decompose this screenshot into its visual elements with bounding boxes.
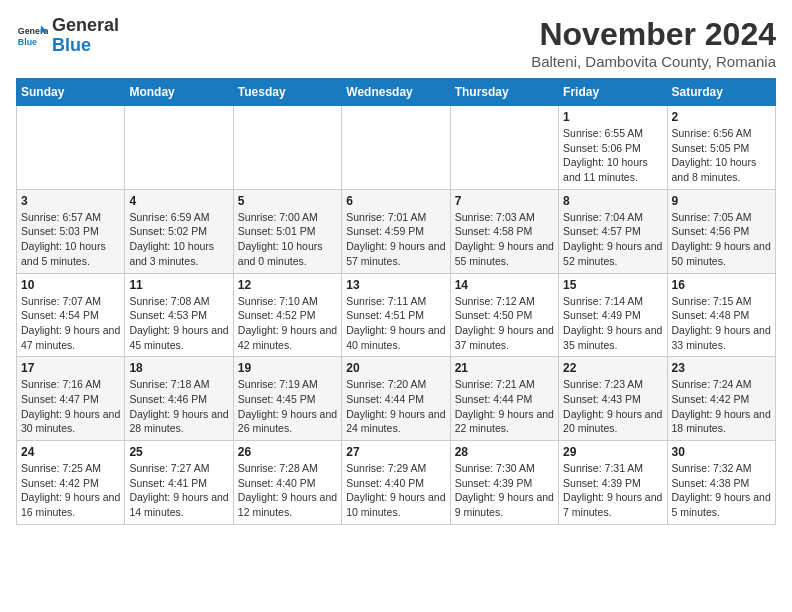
- weekday-header-sunday: Sunday: [17, 79, 125, 106]
- day-info: Sunrise: 6:57 AM Sunset: 5:03 PM Dayligh…: [21, 210, 120, 269]
- calendar-cell: 5Sunrise: 7:00 AM Sunset: 5:01 PM Daylig…: [233, 189, 341, 273]
- day-number: 25: [129, 445, 228, 459]
- calendar-week-5: 24Sunrise: 7:25 AM Sunset: 4:42 PM Dayli…: [17, 441, 776, 525]
- calendar-cell: 27Sunrise: 7:29 AM Sunset: 4:40 PM Dayli…: [342, 441, 450, 525]
- day-number: 8: [563, 194, 662, 208]
- day-number: 18: [129, 361, 228, 375]
- day-number: 7: [455, 194, 554, 208]
- calendar-cell: 28Sunrise: 7:30 AM Sunset: 4:39 PM Dayli…: [450, 441, 558, 525]
- day-number: 20: [346, 361, 445, 375]
- calendar-cell: [342, 106, 450, 190]
- day-number: 9: [672, 194, 771, 208]
- calendar-cell: [125, 106, 233, 190]
- calendar-cell: 16Sunrise: 7:15 AM Sunset: 4:48 PM Dayli…: [667, 273, 775, 357]
- day-info: Sunrise: 7:16 AM Sunset: 4:47 PM Dayligh…: [21, 377, 120, 436]
- calendar-cell: 3Sunrise: 6:57 AM Sunset: 5:03 PM Daylig…: [17, 189, 125, 273]
- calendar-cell: 26Sunrise: 7:28 AM Sunset: 4:40 PM Dayli…: [233, 441, 341, 525]
- month-year-title: November 2024: [531, 16, 776, 53]
- day-number: 22: [563, 361, 662, 375]
- calendar-week-4: 17Sunrise: 7:16 AM Sunset: 4:47 PM Dayli…: [17, 357, 776, 441]
- day-info: Sunrise: 7:27 AM Sunset: 4:41 PM Dayligh…: [129, 461, 228, 520]
- page-header: General Blue General Blue November 2024 …: [16, 16, 776, 70]
- weekday-header-tuesday: Tuesday: [233, 79, 341, 106]
- day-info: Sunrise: 7:10 AM Sunset: 4:52 PM Dayligh…: [238, 294, 337, 353]
- calendar-cell: 23Sunrise: 7:24 AM Sunset: 4:42 PM Dayli…: [667, 357, 775, 441]
- calendar-cell: 29Sunrise: 7:31 AM Sunset: 4:39 PM Dayli…: [559, 441, 667, 525]
- calendar-cell: 25Sunrise: 7:27 AM Sunset: 4:41 PM Dayli…: [125, 441, 233, 525]
- day-info: Sunrise: 7:30 AM Sunset: 4:39 PM Dayligh…: [455, 461, 554, 520]
- calendar-cell: 21Sunrise: 7:21 AM Sunset: 4:44 PM Dayli…: [450, 357, 558, 441]
- day-number: 10: [21, 278, 120, 292]
- logo-icon: General Blue: [16, 20, 48, 52]
- day-info: Sunrise: 7:25 AM Sunset: 4:42 PM Dayligh…: [21, 461, 120, 520]
- day-info: Sunrise: 7:31 AM Sunset: 4:39 PM Dayligh…: [563, 461, 662, 520]
- day-info: Sunrise: 7:04 AM Sunset: 4:57 PM Dayligh…: [563, 210, 662, 269]
- calendar-cell: 4Sunrise: 6:59 AM Sunset: 5:02 PM Daylig…: [125, 189, 233, 273]
- day-number: 30: [672, 445, 771, 459]
- calendar-cell: [450, 106, 558, 190]
- location-subtitle: Balteni, Dambovita County, Romania: [531, 53, 776, 70]
- calendar-cell: 10Sunrise: 7:07 AM Sunset: 4:54 PM Dayli…: [17, 273, 125, 357]
- calendar-cell: 14Sunrise: 7:12 AM Sunset: 4:50 PM Dayli…: [450, 273, 558, 357]
- calendar-cell: [233, 106, 341, 190]
- svg-text:Blue: Blue: [18, 37, 37, 47]
- day-info: Sunrise: 7:15 AM Sunset: 4:48 PM Dayligh…: [672, 294, 771, 353]
- calendar-cell: 2Sunrise: 6:56 AM Sunset: 5:05 PM Daylig…: [667, 106, 775, 190]
- weekday-header-monday: Monday: [125, 79, 233, 106]
- calendar-cell: 8Sunrise: 7:04 AM Sunset: 4:57 PM Daylig…: [559, 189, 667, 273]
- day-number: 16: [672, 278, 771, 292]
- calendar-table: SundayMondayTuesdayWednesdayThursdayFrid…: [16, 78, 776, 525]
- day-number: 12: [238, 278, 337, 292]
- title-block: November 2024 Balteni, Dambovita County,…: [531, 16, 776, 70]
- calendar-cell: 15Sunrise: 7:14 AM Sunset: 4:49 PM Dayli…: [559, 273, 667, 357]
- day-info: Sunrise: 7:00 AM Sunset: 5:01 PM Dayligh…: [238, 210, 337, 269]
- calendar-cell: 22Sunrise: 7:23 AM Sunset: 4:43 PM Dayli…: [559, 357, 667, 441]
- calendar-cell: 6Sunrise: 7:01 AM Sunset: 4:59 PM Daylig…: [342, 189, 450, 273]
- day-info: Sunrise: 7:19 AM Sunset: 4:45 PM Dayligh…: [238, 377, 337, 436]
- day-info: Sunrise: 7:03 AM Sunset: 4:58 PM Dayligh…: [455, 210, 554, 269]
- weekday-header-wednesday: Wednesday: [342, 79, 450, 106]
- calendar-cell: 20Sunrise: 7:20 AM Sunset: 4:44 PM Dayli…: [342, 357, 450, 441]
- day-info: Sunrise: 6:59 AM Sunset: 5:02 PM Dayligh…: [129, 210, 228, 269]
- day-number: 15: [563, 278, 662, 292]
- calendar-cell: 17Sunrise: 7:16 AM Sunset: 4:47 PM Dayli…: [17, 357, 125, 441]
- day-info: Sunrise: 7:23 AM Sunset: 4:43 PM Dayligh…: [563, 377, 662, 436]
- calendar-cell: 30Sunrise: 7:32 AM Sunset: 4:38 PM Dayli…: [667, 441, 775, 525]
- calendar-week-1: 1Sunrise: 6:55 AM Sunset: 5:06 PM Daylig…: [17, 106, 776, 190]
- day-number: 13: [346, 278, 445, 292]
- weekday-header-saturday: Saturday: [667, 79, 775, 106]
- day-number: 1: [563, 110, 662, 124]
- day-info: Sunrise: 7:01 AM Sunset: 4:59 PM Dayligh…: [346, 210, 445, 269]
- day-number: 27: [346, 445, 445, 459]
- day-info: Sunrise: 7:05 AM Sunset: 4:56 PM Dayligh…: [672, 210, 771, 269]
- weekday-header-row: SundayMondayTuesdayWednesdayThursdayFrid…: [17, 79, 776, 106]
- calendar-cell: 12Sunrise: 7:10 AM Sunset: 4:52 PM Dayli…: [233, 273, 341, 357]
- calendar-header: SundayMondayTuesdayWednesdayThursdayFrid…: [17, 79, 776, 106]
- day-info: Sunrise: 7:21 AM Sunset: 4:44 PM Dayligh…: [455, 377, 554, 436]
- logo-text: General Blue: [52, 16, 119, 56]
- day-number: 21: [455, 361, 554, 375]
- day-number: 11: [129, 278, 228, 292]
- calendar-cell: 19Sunrise: 7:19 AM Sunset: 4:45 PM Dayli…: [233, 357, 341, 441]
- day-number: 2: [672, 110, 771, 124]
- day-info: Sunrise: 7:32 AM Sunset: 4:38 PM Dayligh…: [672, 461, 771, 520]
- weekday-header-friday: Friday: [559, 79, 667, 106]
- calendar-cell: 9Sunrise: 7:05 AM Sunset: 4:56 PM Daylig…: [667, 189, 775, 273]
- day-number: 17: [21, 361, 120, 375]
- day-number: 19: [238, 361, 337, 375]
- day-info: Sunrise: 7:12 AM Sunset: 4:50 PM Dayligh…: [455, 294, 554, 353]
- day-info: Sunrise: 7:07 AM Sunset: 4:54 PM Dayligh…: [21, 294, 120, 353]
- day-info: Sunrise: 6:56 AM Sunset: 5:05 PM Dayligh…: [672, 126, 771, 185]
- day-number: 29: [563, 445, 662, 459]
- day-info: Sunrise: 7:14 AM Sunset: 4:49 PM Dayligh…: [563, 294, 662, 353]
- logo: General Blue General Blue: [16, 16, 119, 56]
- day-number: 4: [129, 194, 228, 208]
- day-number: 26: [238, 445, 337, 459]
- calendar-cell: 24Sunrise: 7:25 AM Sunset: 4:42 PM Dayli…: [17, 441, 125, 525]
- day-number: 5: [238, 194, 337, 208]
- calendar-cell: [17, 106, 125, 190]
- calendar-cell: 7Sunrise: 7:03 AM Sunset: 4:58 PM Daylig…: [450, 189, 558, 273]
- day-info: Sunrise: 7:18 AM Sunset: 4:46 PM Dayligh…: [129, 377, 228, 436]
- day-info: Sunrise: 7:11 AM Sunset: 4:51 PM Dayligh…: [346, 294, 445, 353]
- day-info: Sunrise: 7:28 AM Sunset: 4:40 PM Dayligh…: [238, 461, 337, 520]
